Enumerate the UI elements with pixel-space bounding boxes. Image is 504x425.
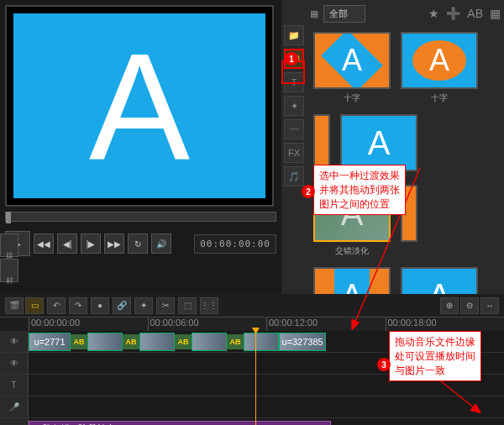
- thumb-label: 十字: [401, 92, 478, 104]
- category-select[interactable]: 全部: [323, 5, 365, 23]
- transition-clip[interactable]: AB: [71, 334, 87, 349]
- next-button[interactable]: ▶▶: [104, 233, 124, 254]
- title-track-head[interactable]: T: [0, 375, 29, 396]
- timeline-view-button[interactable]: ▭: [25, 297, 44, 314]
- transition-clip[interactable]: AB: [227, 334, 244, 349]
- step-forward-button[interactable]: |▶: [81, 233, 101, 254]
- step-back-button[interactable]: ◀|: [57, 233, 77, 254]
- link-button[interactable]: 🔗: [113, 297, 131, 314]
- timecode[interactable]: 00:00:00:00: [194, 234, 276, 254]
- callout-2: 拖动音乐文件边缘处可设置播放时间与图片一致: [389, 331, 481, 381]
- voice-track-head[interactable]: 🎤: [0, 396, 29, 417]
- left-tab-library[interactable]: 媒: [0, 233, 18, 257]
- clip[interactable]: [87, 333, 123, 351]
- callout-1: 选中一种过渡效果并将其拖动到两张图片之间的位置: [313, 165, 406, 215]
- clip[interactable]: u=327385: [279, 333, 326, 351]
- undo-button[interactable]: ↶: [47, 297, 66, 314]
- annotation-badge-1: 1: [285, 52, 298, 66]
- preview-frame: A: [13, 13, 265, 198]
- text-overlay-icon[interactable]: AB: [467, 7, 483, 20]
- record-button[interactable]: ●: [91, 297, 109, 314]
- favorite-icon[interactable]: ★: [428, 7, 439, 20]
- gallery-icon: ▦: [310, 8, 318, 19]
- fx-tab-icon[interactable]: FX: [284, 143, 304, 163]
- clip[interactable]: [244, 333, 279, 351]
- preview-monitor: A: [5, 5, 274, 207]
- path-tab-icon[interactable]: 〰: [284, 119, 304, 139]
- add-icon[interactable]: ➕: [446, 7, 460, 20]
- transition-clip[interactable]: AB: [123, 334, 139, 349]
- redo-button[interactable]: ↷: [69, 297, 87, 314]
- fit-button[interactable]: ↔: [480, 297, 499, 314]
- grid-view-icon[interactable]: ▦: [490, 7, 501, 20]
- batch-button[interactable]: ⋮⋮: [200, 297, 218, 314]
- volume-button[interactable]: 🔊: [151, 233, 171, 254]
- storyboard-view-button[interactable]: 🎬: [5, 297, 24, 314]
- preview-letter: A: [89, 19, 190, 193]
- left-tab-material[interactable]: 材: [0, 259, 18, 282]
- video-track-head[interactable]: 👁: [0, 331, 29, 352]
- loop-button[interactable]: ↻: [128, 233, 148, 254]
- transition-thumb[interactable]: A 十字: [401, 32, 478, 104]
- playhead[interactable]: [255, 331, 256, 425]
- thumb-label: 十字: [313, 92, 391, 104]
- group-button[interactable]: ⬚: [178, 297, 197, 314]
- clip[interactable]: [139, 333, 175, 351]
- music-track[interactable]: 段奥娟 - 陪我长大.mp3: [29, 418, 504, 425]
- prev-button[interactable]: ◀◀: [34, 233, 54, 254]
- preview-scrubber[interactable]: [5, 212, 276, 222]
- overlay-track-head[interactable]: 👁: [0, 353, 29, 374]
- clip[interactable]: [192, 333, 227, 351]
- music-track-head[interactable]: ♪: [0, 418, 29, 425]
- media-tab-icon[interactable]: 📁: [284, 25, 304, 45]
- zoom-out-button[interactable]: ⊖: [460, 297, 479, 314]
- graphic-tab-icon[interactable]: ✦: [284, 96, 304, 116]
- audio-tab-icon[interactable]: 🎵: [284, 166, 304, 186]
- title-tab-icon[interactable]: T: [284, 72, 304, 92]
- trim-button[interactable]: ✂: [156, 297, 175, 314]
- transition-thumb[interactable]: A 十字: [313, 32, 391, 104]
- annotation-badge-3: 3: [377, 358, 391, 371]
- zoom-in-button[interactable]: ⊕: [440, 297, 459, 314]
- annotation-badge-2: 2: [302, 185, 315, 198]
- thumb-label: 交错淡化: [313, 245, 391, 257]
- marker-button[interactable]: ✦: [134, 297, 153, 314]
- side-toolbar: 📁 AB T ✦ 〰 FX 🎵: [281, 0, 307, 294]
- clip[interactable]: u=2771: [29, 333, 71, 351]
- time-ruler[interactable]: 00:00:00:00 00:00:06:00 00:00:12:00 00:0…: [29, 317, 504, 331]
- audio-clip[interactable]: 段奥娟 - 陪我长大.mp3: [29, 421, 331, 426]
- transition-clip[interactable]: AB: [175, 334, 192, 349]
- voice-track[interactable]: [29, 396, 504, 417]
